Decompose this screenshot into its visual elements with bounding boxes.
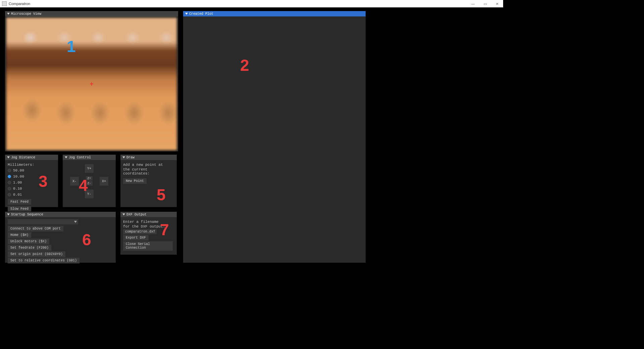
panel-header-dxf[interactable]: DXF Output [120,212,177,217]
slow-feed-button[interactable]: Slow Feed [8,206,31,212]
panel-header-jog-distance[interactable]: Jog Distance [5,155,58,160]
radio-label: 1.00 [13,181,22,185]
radio-label: 0.10 [13,187,22,191]
collapse-icon [122,156,125,158]
radio-50[interactable]: 50.00 [8,167,55,173]
panel-header-microscope[interactable]: Microscope View [5,11,178,16]
panel-header-startup[interactable]: Startup Sequence [5,212,116,217]
dxf-text-1: Enter a filename [123,220,174,224]
radio-label: 50.00 [13,168,24,172]
close-serial-button[interactable]: Close Serial Connection [123,241,173,251]
panel-draw: Draw Add a new point at the current coor… [120,154,177,207]
com-port-select[interactable] [8,219,78,225]
window-title: Comparatron [9,2,30,6]
panel-startup-sequence: Startup Sequence Connect to above COM po… [5,211,116,263]
fast-feed-button[interactable]: Fast Feed [8,199,31,205]
annotation-5: 5 [157,186,166,204]
jog-y-plus-button[interactable]: Y+ [85,164,94,173]
panel-header-draw[interactable]: Draw [120,155,177,160]
maximize-button[interactable]: ▭ [479,0,491,7]
collapse-icon [7,213,10,215]
draw-text-1: Add a new point at [123,163,174,167]
jog-grid: Y+ Y- X- X+ Z+ Z- [67,162,111,199]
panel-title: Startup Sequence [11,213,43,216]
jog-z-plus-button[interactable]: Z+ [86,176,93,181]
jog-y-minus-button[interactable]: Y- [85,190,94,198]
window-titlebar: Comparatron — ▭ ✕ [0,0,503,7]
panel-title: DXF Output [126,213,147,216]
chevron-down-icon [74,221,77,223]
collapse-icon [65,156,67,158]
startup-relative-button[interactable]: Set to relative coordinates (G91) [8,258,79,263]
panel-header-plot[interactable]: Created Plot [183,11,366,16]
panel-header-jog-control[interactable]: Jog Control [63,155,116,160]
dxf-filename-input[interactable] [123,229,157,234]
radio-0-10[interactable]: 0.10 [8,186,55,192]
panel-dxf-output: DXF Output Enter a filename for the DXF … [120,211,177,255]
jog-x-minus-button[interactable]: X- [70,177,79,186]
collapse-icon [122,213,125,215]
jog-distance-label: Millimeters: [8,163,55,167]
workspace: Microscope View 1 Created Plot 2 Jog Dis… [0,7,503,272]
close-button[interactable]: ✕ [491,0,503,7]
radio-10[interactable]: 10.00 [8,173,55,180]
startup-connect-button[interactable]: Connect to above COM port [8,226,63,232]
panel-microscope-view: Microscope View 1 [5,11,178,152]
crosshair-icon [90,82,93,86]
panel-title: Draw [126,156,135,159]
panel-created-plot: Created Plot 2 [183,11,366,263]
draw-text-2: the current coordinates: [123,167,174,176]
window-controls: — ▭ ✕ [467,0,503,7]
collapse-icon [7,156,10,158]
jog-z-minus-button[interactable]: Z- [86,181,93,186]
export-dxf-button[interactable]: Export DXF [123,235,149,241]
panel-title: Jog Distance [11,156,35,159]
panel-title: Created Plot [189,12,213,16]
collapse-icon [7,13,10,15]
plot-canvas[interactable] [183,16,366,263]
radio-0-01[interactable]: 0.01 [8,192,55,198]
startup-home-button[interactable]: Home ($H) [8,232,31,238]
panel-title: Microscope View [11,12,41,16]
new-point-button[interactable]: New Point [123,178,147,184]
startup-feedrate-button[interactable]: Set feedrate (F200) [8,245,51,251]
panel-jog-control: Jog Control Y+ Y- X- X+ Z+ Z- 4 [62,154,116,207]
app-icon [2,1,7,6]
startup-unlock-button[interactable]: Unlock motors ($X) [8,239,49,244]
dxf-text-2: for the DXF output: [123,225,174,229]
radio-label: 10.00 [13,174,24,179]
jog-x-plus-button[interactable]: X+ [100,177,108,186]
radio-1[interactable]: 1.00 [8,180,55,186]
startup-origin-button[interactable]: Set origin point (G92X0Y0) [8,251,65,257]
collapse-icon [185,13,188,15]
minimize-button[interactable]: — [467,0,479,7]
radio-label: 0.01 [13,193,22,197]
panel-title: Jog Control [69,156,91,159]
panel-jog-distance: Jog Distance Millimeters: 50.00 10.00 1.… [5,154,58,207]
